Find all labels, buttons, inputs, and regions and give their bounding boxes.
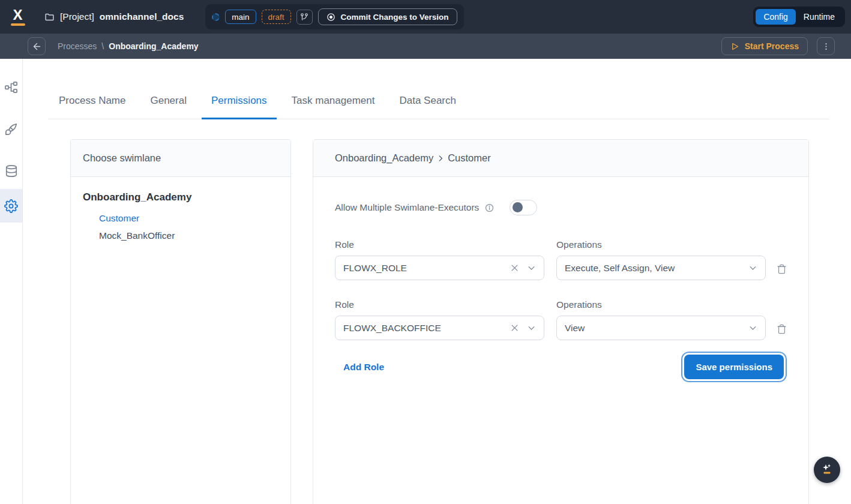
tab-data-search[interactable]: Data Search: [398, 84, 457, 119]
breadcrumb-separator: \: [101, 41, 104, 51]
swimlane-list: Onboarding_Academy Customer Mock_BankOff…: [71, 177, 290, 256]
project-prefix: [Project]: [60, 11, 94, 22]
multiple-executors-row: Allow Multiple Swimlane-Executors: [335, 200, 787, 215]
multiple-executors-toggle[interactable]: [510, 200, 537, 215]
commit-changes-button[interactable]: Commit Changes to Version: [318, 8, 457, 25]
draft-badge[interactable]: draft: [262, 10, 291, 24]
project-name: omnichannel_docs: [100, 11, 184, 22]
swimlane-item-mock-bankofficer[interactable]: Mock_BankOfficer: [99, 230, 278, 241]
tab-task-management[interactable]: Task management: [290, 84, 376, 119]
settings-gear-icon: [4, 199, 18, 213]
sync-status-icon: [212, 13, 220, 21]
start-process-label: Start Process: [745, 41, 799, 51]
chevron-down-icon[interactable]: [527, 263, 536, 272]
breadcrumb: Processes \ Onboarding_Academy: [58, 41, 199, 51]
operations-label: Operations: [556, 299, 766, 310]
process-toolbar: Processes \ Onboarding_Academy Start Pro…: [0, 34, 851, 59]
swimlane-item-customer[interactable]: Customer: [99, 213, 278, 224]
chevron-down-icon[interactable]: [748, 323, 757, 332]
branch-badge[interactable]: main: [225, 10, 256, 24]
design-brush-icon: [4, 122, 18, 136]
role-label: Role: [335, 299, 544, 310]
delete-role-button[interactable]: [777, 264, 787, 274]
operations-value-1: Execute, Self Assign, View: [565, 263, 741, 274]
more-options-button[interactable]: [817, 37, 835, 55]
permissions-actions: Add Role Save permissions: [335, 355, 787, 379]
swimlane-panel-title: Choose swimlane: [71, 140, 290, 177]
trash-icon: [777, 264, 787, 274]
rail-item-settings[interactable]: [0, 189, 22, 223]
add-role-button[interactable]: Add Role: [343, 362, 384, 373]
chevron-down-icon[interactable]: [527, 323, 536, 332]
operations-label: Operations: [556, 239, 766, 250]
toggle-knob: [513, 202, 523, 212]
role-value-2: FLOWX_BACKOFFICE: [343, 323, 502, 334]
swimlane-panel: Choose swimlane Onboarding_Academy Custo…: [70, 139, 291, 504]
swimlane-process-name: Onboarding_Academy: [83, 191, 278, 203]
rail-item-design[interactable]: [0, 112, 22, 146]
git-branch-icon: [300, 13, 308, 21]
flowx-logo[interactable]: X: [5, 8, 31, 26]
chevron-right-icon: [436, 154, 445, 163]
role-value-1: FLOWX_ROLE: [343, 263, 502, 274]
logo-x: X: [13, 8, 23, 22]
logo-underline: [11, 23, 25, 26]
top-header: X [Project] omnichannel_docs main draft: [0, 0, 851, 34]
permissions-header-process: Onboarding_Academy: [335, 152, 433, 164]
process-flow-icon: [4, 80, 18, 94]
git-branch-button[interactable]: [296, 10, 313, 25]
config-mode-button[interactable]: Config: [756, 9, 795, 25]
permission-row: Role FLOWX_ROLE Operations Execut: [335, 239, 787, 280]
project-title: [Project] omnichannel_docs: [44, 11, 184, 22]
rail-item-process-flow[interactable]: [0, 70, 22, 104]
back-button[interactable]: [28, 37, 46, 55]
start-process-button[interactable]: Start Process: [721, 37, 808, 55]
save-permissions-button[interactable]: Save permissions: [684, 355, 784, 379]
tab-general[interactable]: General: [149, 84, 187, 119]
commit-icon: [326, 13, 335, 22]
permission-row: Role FLOWX_BACKOFFICE Operations: [335, 299, 787, 340]
ai-sparkles-icon: [820, 463, 834, 477]
arrow-left-icon: [32, 41, 42, 52]
play-icon: [730, 42, 739, 51]
chevron-down-icon[interactable]: [748, 263, 757, 272]
clear-icon[interactable]: [510, 323, 519, 332]
permissions-header-swimlane: Customer: [448, 152, 491, 164]
operations-select-1[interactable]: Execute, Self Assign, View: [556, 256, 766, 280]
app-window: X [Project] omnichannel_docs main draft: [0, 0, 851, 504]
folder-icon: [44, 12, 55, 22]
trash-icon: [777, 324, 787, 334]
operations-value-2: View: [565, 323, 741, 334]
kebab-menu-icon: [822, 42, 831, 51]
version-badge-group: main draft Commit Changes to Version: [205, 4, 463, 29]
permissions-panel: Onboarding_Academy Customer Allow Multip…: [313, 139, 809, 504]
tab-process-name[interactable]: Process Name: [58, 84, 127, 119]
info-icon[interactable]: [485, 203, 494, 212]
tab-permissions[interactable]: Permissions: [210, 84, 268, 119]
delete-role-button[interactable]: [777, 324, 787, 334]
permissions-panel-header: Onboarding_Academy Customer: [313, 140, 808, 177]
breadcrumb-processes[interactable]: Processes: [58, 41, 97, 51]
multiple-executors-label: Allow Multiple Swimlane-Executors: [335, 202, 479, 213]
role-select-2[interactable]: FLOWX_BACKOFFICE: [335, 316, 544, 340]
ai-assistant-button[interactable]: [814, 457, 840, 483]
breadcrumb-current: Onboarding_Academy: [109, 41, 198, 51]
mode-switcher: Config Runtime: [753, 7, 845, 27]
data-model-icon: [5, 164, 18, 178]
left-rail: [0, 59, 23, 504]
permissions-form: Allow Multiple Swimlane-Executors Role F…: [313, 177, 808, 379]
runtime-mode-button[interactable]: Runtime: [796, 9, 843, 25]
operations-select-2[interactable]: View: [556, 316, 766, 340]
settings-tabs: Process Name General Permissions Task ma…: [48, 84, 829, 119]
commit-label: Commit Changes to Version: [341, 13, 449, 22]
clear-icon[interactable]: [510, 263, 519, 272]
rail-item-data-model[interactable]: [0, 154, 22, 188]
role-select-1[interactable]: FLOWX_ROLE: [335, 256, 544, 280]
role-label: Role: [335, 239, 544, 250]
